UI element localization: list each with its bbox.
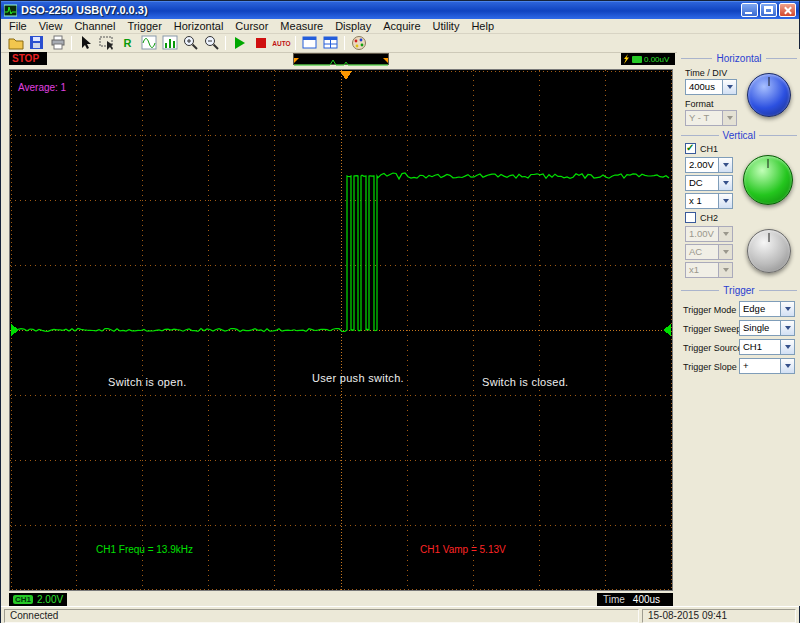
window-controls (741, 3, 796, 17)
trigger-slope-select[interactable]: + (739, 358, 795, 374)
select-zone-icon[interactable] (96, 35, 117, 52)
preview-waveform (294, 60, 388, 65)
ch1-scale-value: 2.00V (37, 594, 63, 605)
spectrum-icon[interactable] (159, 35, 180, 52)
open-icon[interactable] (5, 35, 26, 52)
ch1-scale-badge: CH1 2.00V (9, 593, 67, 606)
trigger-sweep-label: Trigger Sweep (683, 324, 741, 334)
menu-item-measure[interactable]: Measure (274, 20, 329, 32)
chevron-down-icon (722, 111, 736, 125)
average-label: Average: 1 (18, 82, 66, 93)
stop-icon[interactable] (250, 35, 271, 52)
close-button[interactable] (779, 3, 796, 17)
chevron-down-icon[interactable] (780, 359, 794, 373)
start-icon[interactable] (229, 35, 250, 52)
horizontal-preview[interactable] (293, 53, 389, 65)
chevron-down-icon[interactable] (780, 340, 794, 354)
scope-display[interactable]: Average: 1 Switch is open. User push swi… (9, 69, 673, 591)
menu-item-cursor[interactable]: Cursor (229, 20, 274, 32)
trigger-section-header: Trigger (681, 285, 797, 296)
single-view-icon[interactable] (299, 35, 320, 52)
ch2-volts-select[interactable]: 1.00V (685, 226, 733, 242)
trigger-source-label: Trigger Source (683, 343, 742, 353)
ch2-checkbox[interactable] (685, 212, 696, 223)
title-bar[interactable]: DSO-2250 USB(V7.0.0.3) (1, 1, 799, 19)
autoset-button[interactable]: AUTO (271, 35, 292, 52)
ch2-coupling-select[interactable]: AC (685, 244, 733, 260)
zoom-out-icon[interactable] (201, 35, 222, 52)
time-div-label: Time / DIV (685, 68, 727, 78)
chevron-down-icon (718, 245, 732, 259)
menu-item-trigger[interactable]: Trigger (121, 20, 167, 32)
trigger-sweep-select[interactable]: Single (739, 320, 795, 336)
timebase-select[interactable]: 400us (685, 79, 737, 95)
format-label: Format (685, 99, 714, 109)
ch2-position-knob[interactable] (747, 229, 791, 273)
save-icon[interactable] (26, 35, 47, 52)
chevron-down-icon (718, 227, 732, 241)
ch1-probe-select[interactable]: x 1 (685, 193, 733, 209)
measurement-vamp: CH1 Vamp = 5.13V (420, 544, 506, 555)
maximize-button[interactable] (760, 3, 777, 17)
chevron-down-icon[interactable] (780, 302, 794, 316)
chevron-down-icon[interactable] (718, 194, 732, 208)
lightning-icon (623, 54, 630, 64)
connection-status: Connected (4, 609, 639, 623)
window-title: DSO-2250 USB(V7.0.0.3) (21, 4, 741, 16)
trigger-mode-select[interactable]: Edge (739, 301, 795, 317)
trigger-level-marker[interactable] (663, 324, 671, 336)
trigger-level-value: 0.00uV (644, 55, 669, 64)
ch2-probe-select[interactable]: x1 (685, 262, 733, 278)
timebase-label: Time (603, 594, 625, 605)
menu-item-channel[interactable]: Channel (68, 20, 121, 32)
ch2-enable-row: CH2 (685, 212, 718, 223)
preview-right-marker[interactable] (383, 58, 388, 63)
ch2-checkbox-label: CH2 (700, 213, 718, 223)
trigger-source-select[interactable]: CH1 (739, 339, 795, 355)
channel-position-marker[interactable] (11, 324, 19, 336)
menu-item-view[interactable]: View (33, 20, 69, 32)
annotation-push-switch: User push switch. (312, 372, 404, 384)
preview-left-marker[interactable] (294, 58, 299, 63)
chevron-down-icon (718, 263, 732, 277)
menu-item-help[interactable]: Help (465, 20, 500, 32)
waveform-icon[interactable] (138, 35, 159, 52)
ch1-coupling-select[interactable]: DC (685, 175, 733, 191)
refresh-icon[interactable]: R (117, 35, 138, 52)
trigger-slope-label: Trigger Slope (683, 362, 737, 372)
ch1-volts-select[interactable]: 2.00V (685, 157, 733, 173)
chevron-down-icon[interactable] (718, 176, 732, 190)
datetime-status: 15-08-2015 09:41 (642, 609, 796, 623)
quad-view-icon[interactable] (320, 35, 341, 52)
ch1-checkbox-label: CH1 (700, 144, 718, 154)
run-state-badge: STOP (9, 52, 47, 65)
menu-bar: File View Channel Trigger Horizontal Cur… (1, 19, 799, 34)
print-icon[interactable] (47, 35, 68, 52)
format-select[interactable]: Y - T (685, 110, 737, 126)
ch1-position-knob[interactable] (743, 155, 793, 205)
measurement-frequency: CH1 Frequ = 13.9kHz (96, 544, 193, 555)
status-bar: Connected 15-08-2015 09:41 (1, 606, 799, 623)
vertical-section-header: Vertical (681, 130, 797, 141)
cursor-icon[interactable] (75, 35, 96, 52)
application-window: DSO-2250 USB(V7.0.0.3) File View Channel… (0, 0, 800, 623)
ch1-enable-row: CH1 (685, 143, 718, 154)
zoom-in-icon[interactable] (180, 35, 201, 52)
menu-item-file[interactable]: File (3, 20, 33, 32)
trigger-mode-label: Trigger Mode (683, 305, 736, 315)
timebase-value: 400us (633, 594, 660, 605)
chevron-down-icon[interactable] (780, 321, 794, 335)
chevron-down-icon[interactable] (718, 158, 732, 172)
menu-item-acquire[interactable]: Acquire (377, 20, 426, 32)
annotation-switch-open: Switch is open. (108, 376, 186, 388)
menu-item-horizontal[interactable]: Horizontal (168, 20, 230, 32)
palette-icon[interactable] (348, 35, 369, 52)
chevron-down-icon[interactable] (722, 80, 736, 94)
ch1-pill: CH1 (13, 595, 33, 604)
trigger-position-marker[interactable] (340, 71, 352, 80)
menu-item-utility[interactable]: Utility (427, 20, 466, 32)
horizontal-position-knob[interactable] (747, 73, 791, 117)
minimize-button[interactable] (741, 3, 758, 17)
menu-item-display[interactable]: Display (329, 20, 377, 32)
ch1-checkbox[interactable] (685, 143, 696, 154)
